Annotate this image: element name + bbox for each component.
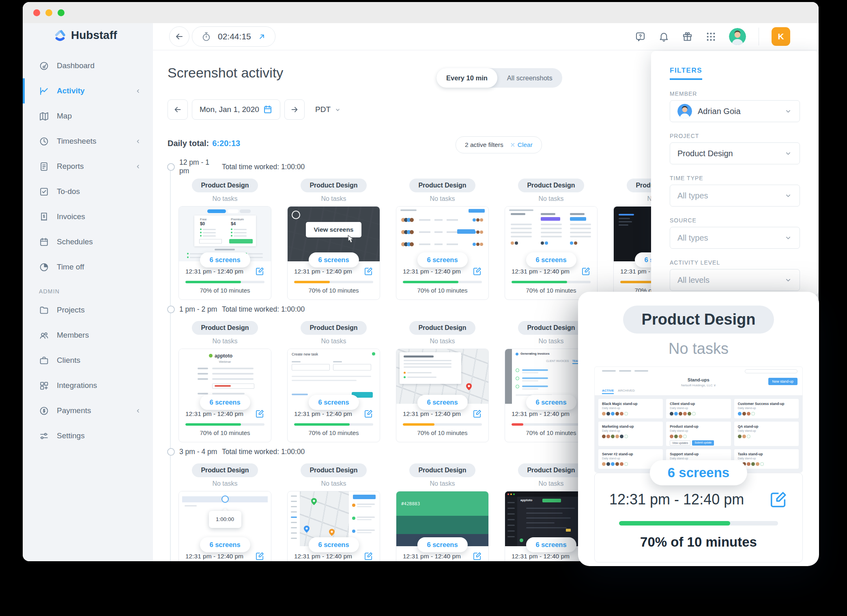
sidebar-item-members[interactable]: Members xyxy=(23,323,153,348)
minimize-window-button[interactable] xyxy=(45,9,52,16)
sidebar-item-to-dos[interactable]: To-dos xyxy=(23,179,153,204)
organization-button[interactable]: K xyxy=(772,27,790,46)
filter-value: Product Design xyxy=(677,149,733,158)
edit-time-icon[interactable] xyxy=(255,409,264,418)
filters-tab[interactable]: FILTERS xyxy=(670,67,702,80)
filter-select-time-type[interactable]: All types xyxy=(670,185,800,207)
page-title: Screenshot activity xyxy=(168,65,283,81)
sidebar-item-timesheets[interactable]: Timesheets xyxy=(23,129,153,154)
filter-select-activity-level[interactable]: All levels xyxy=(670,269,800,291)
screens-count-pill[interactable]: 6 screens xyxy=(526,395,576,410)
filter-select-member[interactable]: Adrian Goia xyxy=(670,100,800,122)
sidebar-item-dashboard[interactable]: Dashboard xyxy=(23,53,153,78)
user-avatar[interactable] xyxy=(729,28,746,45)
time-range: 12:31 pm - 12:40 pm xyxy=(185,410,243,418)
dashboard-icon xyxy=(39,61,49,71)
screens-count-pill[interactable]: 6 screens xyxy=(200,537,250,552)
activity-icon xyxy=(39,86,49,96)
date-picker[interactable]: Mon, Jan 1, 2020 xyxy=(192,99,280,120)
edit-time-icon[interactable] xyxy=(581,267,591,276)
timer-widget[interactable]: 02:44:15 xyxy=(192,26,275,47)
activity-percent-label: 70% of 10 minutes xyxy=(185,287,264,294)
sidebar-item-settings[interactable]: Settings xyxy=(23,423,153,448)
sidebar-item-label: Integrations xyxy=(57,381,97,390)
screens-count-pill[interactable]: 6 screens xyxy=(417,537,467,552)
timer-value: 02:44:15 xyxy=(218,32,251,41)
activity-progress-bar xyxy=(185,281,264,283)
zoom-window-button[interactable] xyxy=(58,9,64,16)
sidebar-item-clients[interactable]: Clients xyxy=(23,348,153,373)
apps-grid-icon[interactable] xyxy=(705,31,716,42)
toggle-every-10-min[interactable]: Every 10 min xyxy=(436,68,497,88)
back-arrow-icon xyxy=(174,32,184,41)
gift-icon[interactable] xyxy=(682,31,693,42)
popover-screens-pill[interactable]: 6 screens xyxy=(650,460,747,485)
next-day-button[interactable] xyxy=(284,99,305,120)
close-window-button[interactable] xyxy=(33,9,40,16)
filter-select-source[interactable]: All types xyxy=(670,227,800,249)
sidebar-item-map[interactable]: Map xyxy=(23,103,153,129)
time-range: 12:31 pm - 12:40 pm xyxy=(185,268,243,275)
filter-select-project[interactable]: Product Design xyxy=(670,142,800,164)
bell-icon[interactable] xyxy=(658,31,669,42)
filter-label: PROJECT xyxy=(670,133,800,139)
screens-count-pill[interactable]: 6 screens xyxy=(526,537,576,552)
edit-time-icon[interactable] xyxy=(255,267,264,276)
screens-count-pill[interactable]: 6 screens xyxy=(417,395,467,410)
sidebar-item-schedules[interactable]: Schedules xyxy=(23,229,153,254)
previous-day-button[interactable] xyxy=(168,99,188,120)
project-pill: Product Design xyxy=(409,179,475,192)
screens-count-pill[interactable]: 6 screens xyxy=(308,252,359,267)
sidebar-item-time-off[interactable]: Time off xyxy=(23,254,153,280)
back-button[interactable] xyxy=(169,26,189,47)
chevron-left-icon xyxy=(135,138,142,145)
screens-count-pill[interactable]: 6 screens xyxy=(308,395,359,410)
edit-time-icon[interactable] xyxy=(364,409,373,418)
filter-label: SOURCE xyxy=(670,217,800,224)
sidebar-item-projects[interactable]: Projects xyxy=(23,297,153,323)
screens-count-pill[interactable]: 6 screens xyxy=(308,537,359,552)
popover-project-pill: Product Design xyxy=(623,306,774,334)
calendar-icon xyxy=(263,105,273,114)
task-label: No tasks xyxy=(178,480,271,487)
date-value: Mon, Jan 1, 2020 xyxy=(200,105,259,114)
edit-time-icon[interactable] xyxy=(364,267,373,276)
screens-count-pill[interactable]: 6 screens xyxy=(200,395,250,410)
open-timer-icon[interactable] xyxy=(258,32,266,41)
clear-filters-button[interactable]: Clear xyxy=(510,141,533,149)
edit-time-icon[interactable] xyxy=(473,551,482,561)
screens-count-pill[interactable]: 6 screens xyxy=(200,252,250,267)
sidebar-item-label: Members xyxy=(57,331,89,340)
hour-range: 3 pm - 4 pm xyxy=(179,448,218,456)
screens-count-pill[interactable]: 6 screens xyxy=(417,252,467,267)
hubstaff-logo[interactable]: Hubstaff xyxy=(23,23,153,43)
sidebar-item-integrations[interactable]: Integrations xyxy=(23,373,153,398)
schedules-icon xyxy=(39,237,49,247)
popover-edit-time-icon[interactable] xyxy=(769,490,788,509)
activity-percent-label: 70% of 10 minutes xyxy=(294,429,373,436)
edit-time-icon[interactable] xyxy=(364,551,373,561)
edit-time-icon[interactable] xyxy=(473,267,482,276)
screens-count-pill[interactable]: 6 screens xyxy=(526,252,576,267)
screenshot-card: Product Design No tasks 6 screens 12:31 … xyxy=(396,179,489,300)
help-icon[interactable] xyxy=(635,31,646,42)
select-screenshot-checkbox[interactable] xyxy=(292,211,300,219)
activity-percent-label: 70% of 10 minutes xyxy=(512,287,591,294)
toggle-all-screenshots[interactable]: All screenshots xyxy=(497,68,562,88)
timeline-dot xyxy=(167,163,175,171)
time-range: 12:31 pm - 12:40 pm xyxy=(512,553,570,560)
popover-screenshot-thumbnail[interactable]: Stand-upsNetsoft Holdings, LLC ∨New stan… xyxy=(594,366,803,473)
edit-time-icon[interactable] xyxy=(473,409,482,418)
sidebar-item-invoices[interactable]: Invoices xyxy=(23,204,153,229)
project-pill: Product Design xyxy=(301,179,366,192)
sidebar-item-payments[interactable]: Payments xyxy=(23,398,153,423)
activity-progress-fill xyxy=(294,423,350,426)
sidebar-item-label: Reports xyxy=(57,162,84,171)
edit-time-icon[interactable] xyxy=(255,551,264,561)
activity-percent-label: 70% of 10 minutes xyxy=(403,287,482,294)
chevron-down-icon xyxy=(334,106,341,113)
filter-field: MEMBER Adrian Goia xyxy=(670,90,800,122)
sidebar-item-activity[interactable]: Activity xyxy=(23,78,153,103)
timezone-selector[interactable]: PDT xyxy=(315,105,341,114)
sidebar-item-reports[interactable]: Reports xyxy=(23,154,153,179)
